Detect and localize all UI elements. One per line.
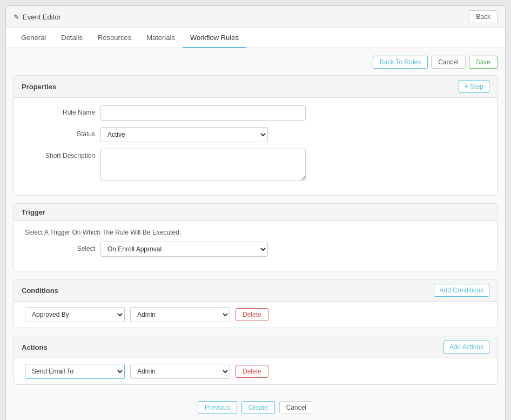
- actions-row: Send Email To Send Notification Update F…: [14, 358, 497, 384]
- trigger-select[interactable]: On Enroll Approval On Registration On Co…: [100, 242, 268, 257]
- trigger-header: Trigger: [14, 204, 497, 221]
- add-actions-button[interactable]: Add Actions: [443, 341, 489, 354]
- cancel-footer-button[interactable]: Cancel: [279, 401, 313, 414]
- actions-header: Actions Add Actions: [14, 336, 497, 358]
- properties-section: Properties + Step Rule Name Status Activ…: [14, 75, 497, 196]
- tab-details[interactable]: Details: [53, 28, 90, 48]
- trigger-select-group: Select On Enroll Approval On Registratio…: [25, 242, 486, 257]
- cancel-toolbar-button[interactable]: Cancel: [431, 56, 465, 69]
- header-title: ✎ Event Editor: [14, 13, 61, 21]
- event-editor-icon: ✎: [14, 13, 19, 21]
- properties-body: Rule Name Status Active Inactive Short D…: [14, 98, 497, 195]
- actions-title: Actions: [22, 343, 48, 351]
- status-select[interactable]: Active Inactive: [100, 127, 268, 142]
- conditions-section: Conditions Add Conditions Approved By Ad…: [14, 279, 497, 328]
- conditions-header: Conditions Add Conditions: [14, 279, 497, 302]
- conditions-value-select[interactable]: Admin: [130, 307, 230, 322]
- footer-row: Previous Create Cancel: [14, 392, 497, 419]
- conditions-field-select[interactable]: Approved By: [25, 307, 125, 322]
- actions-action-select[interactable]: Send Email To Send Notification Update F…: [25, 364, 125, 379]
- status-group: Status Active Inactive: [25, 127, 486, 142]
- tab-general[interactable]: General: [14, 28, 53, 48]
- trigger-select-label: Select: [25, 242, 95, 252]
- short-description-group: Short Description: [25, 149, 486, 181]
- actions-delete-button[interactable]: Delete: [236, 365, 268, 378]
- create-button[interactable]: Create: [241, 401, 275, 414]
- add-step-button[interactable]: + Step: [459, 80, 489, 93]
- trigger-body: Select A Trigger On Which The Rule Will …: [14, 221, 497, 271]
- previous-button[interactable]: Previous: [198, 401, 237, 414]
- add-conditions-button[interactable]: Add Conditions: [434, 284, 489, 297]
- conditions-row: Approved By Admin Delete: [14, 302, 497, 328]
- tab-workflow-rules[interactable]: Workflow Rules: [183, 28, 246, 48]
- trigger-section: Trigger Select A Trigger On Which The Ru…: [14, 203, 497, 271]
- back-to-rules-button[interactable]: Back To Rules: [373, 56, 428, 69]
- status-label: Status: [25, 127, 95, 138]
- trigger-title: Trigger: [22, 208, 45, 216]
- actions-value-select[interactable]: Admin User Manager: [130, 364, 230, 379]
- rule-name-input[interactable]: [100, 105, 306, 121]
- actions-section: Actions Add Actions Send Email To Send N…: [14, 336, 497, 385]
- rule-name-group: Rule Name: [25, 105, 486, 121]
- properties-title: Properties: [22, 83, 56, 91]
- header-title-text: Event Editor: [23, 13, 61, 21]
- trigger-instruction: Select A Trigger On Which The Rule Will …: [25, 229, 486, 236]
- header-bar: ✎ Event Editor Back: [6, 6, 505, 28]
- short-description-label: Short Description: [25, 149, 95, 159]
- toolbar-row: Back To Rules Cancel Save: [14, 56, 497, 69]
- tab-materials[interactable]: Materials: [139, 28, 183, 48]
- content-area: Back To Rules Cancel Save Properties + S…: [6, 48, 505, 420]
- tab-resources[interactable]: Resources: [90, 28, 139, 48]
- short-description-textarea[interactable]: [100, 149, 306, 181]
- properties-header: Properties + Step: [14, 76, 497, 98]
- rule-name-label: Rule Name: [25, 105, 95, 116]
- back-button[interactable]: Back: [469, 10, 497, 23]
- conditions-delete-button[interactable]: Delete: [236, 308, 268, 321]
- conditions-title: Conditions: [22, 286, 58, 295]
- save-button[interactable]: Save: [469, 56, 497, 69]
- nav-tabs: General Details Resources Materials Work…: [6, 28, 505, 48]
